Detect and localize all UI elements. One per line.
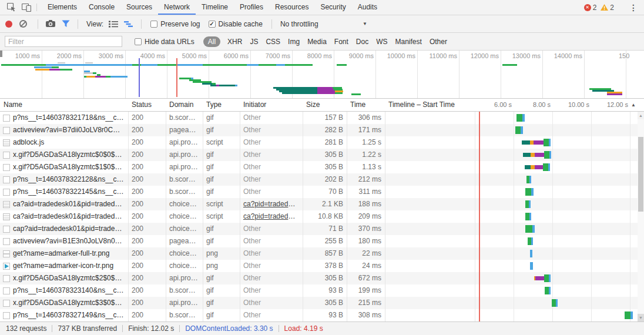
domcontentloaded-line xyxy=(139,58,140,97)
table-row[interactable]: get?name=admarker-full-tr.png200choices-… xyxy=(0,247,638,260)
filter-type-img[interactable]: Img xyxy=(284,36,303,47)
filter-funnel-icon[interactable] xyxy=(62,20,70,28)
status-transferred: 737 KB transferred xyxy=(58,324,117,333)
hide-data-urls-checkbox[interactable] xyxy=(135,38,142,45)
initiator-cell[interactable]: ca?pid=tradedesk0… xyxy=(240,210,303,223)
file-icon xyxy=(3,287,10,294)
overview-tick-label: 6000 ms xyxy=(205,52,249,59)
filter-type-media[interactable]: Media xyxy=(304,36,330,47)
scrollbar-thumb[interactable] xyxy=(638,137,643,212)
table-row[interactable]: x.gif?D5AGDaSA18lyzmtc$0$0$1$ZnJ…200api.… xyxy=(0,149,638,161)
device-toolbar-icon[interactable] xyxy=(19,0,34,15)
inspect-element-icon[interactable] xyxy=(4,0,19,15)
table-row[interactable]: p?ns__t=1460378321718&ns__c=UTF…200b.sco… xyxy=(0,112,638,124)
type-cell: gif xyxy=(203,309,240,321)
network-overview-graph[interactable]: 1000 ms2000 ms3000 ms4000 ms5000 ms6000 … xyxy=(0,51,644,99)
column-header-status[interactable]: Status xyxy=(128,99,166,111)
table-row[interactable]: p?ns__t=1460378323140&ns__c=UTF…200b.sco… xyxy=(0,284,638,297)
console-error-badge[interactable]: ✕ 2 xyxy=(584,4,597,12)
table-row[interactable]: ca?aid=tradedesk01&pid=tradedesk0…200cho… xyxy=(0,210,638,223)
waterfall-time-label: 12.00 s xyxy=(598,99,628,111)
request-name: x.gif?D5AGDaSA18lyzmtc$0$0$1$ZnJ… xyxy=(13,149,125,161)
table-row[interactable]: p?ns__t=1460378322145&ns__c=UTF…200b.sco… xyxy=(0,186,638,198)
table-row[interactable]: activeview?avi=B1E3n0JoLV8n0CNi28…200pag… xyxy=(0,235,638,247)
table-row[interactable]: ca?aid=tradedesk01&pid=tradedesk0…200cho… xyxy=(0,198,638,210)
request-name-cell: x.gif?D5AGDaSA18lyzmtc$0$0$1$ZnJ… xyxy=(0,149,128,161)
status-cell: 200 xyxy=(128,309,166,321)
warning-icon xyxy=(601,4,608,11)
status-cell: 200 xyxy=(128,260,166,272)
table-row[interactable]: x.gif?D5AGDaSA18lyzmtc$1$0$1$aGl…200api.… xyxy=(0,161,638,173)
column-header-size[interactable]: Size xyxy=(303,99,347,111)
console-warning-badge[interactable]: 2 xyxy=(601,4,614,12)
filter-type-all[interactable]: All xyxy=(203,36,220,47)
tab-resources[interactable]: Resources xyxy=(269,0,314,15)
filter-type-xhr[interactable]: XHR xyxy=(224,36,246,47)
table-row[interactable]: p?ns__t=1460378322128&ns__c=UTF…200b.sco… xyxy=(0,173,638,186)
filter-type-other[interactable]: Other xyxy=(426,36,451,47)
filter-type-ws[interactable]: WS xyxy=(373,36,391,47)
disable-cache-group[interactable]: Disable cache xyxy=(209,20,263,28)
clear-button[interactable] xyxy=(19,20,27,28)
waterfall-segment xyxy=(543,163,548,171)
tab-network[interactable]: Network xyxy=(158,0,196,15)
tab-audits[interactable]: Audits xyxy=(352,0,383,15)
screenshot-camera-icon[interactable] xyxy=(46,20,56,28)
hide-data-urls-group[interactable]: Hide data URLs xyxy=(135,38,194,46)
column-header-name[interactable]: Name xyxy=(0,99,128,111)
size-cell: 93 B xyxy=(303,309,347,321)
tab-security[interactable]: Security xyxy=(314,0,351,15)
waterfall-segment xyxy=(530,262,533,270)
overview-tick-label: 3000 ms xyxy=(80,52,123,59)
error-count: 2 xyxy=(593,4,597,12)
throttling-select[interactable]: No throttling ▼ xyxy=(280,20,367,28)
overview-drag-handle[interactable] xyxy=(0,51,2,57)
disable-cache-checkbox[interactable] xyxy=(209,21,216,28)
type-cell: gif xyxy=(203,284,240,297)
separator xyxy=(122,325,123,332)
table-row[interactable]: x.gif?D5AGDaSA18lyzmtc$2$0$1$Y2x…200api.… xyxy=(0,272,638,284)
preserve-log-group[interactable]: Preserve log xyxy=(150,20,200,28)
table-row[interactable]: adblock.js200api.proofp…scriptOther281 B… xyxy=(0,136,638,149)
separator xyxy=(179,325,180,332)
column-header-time[interactable]: Time xyxy=(347,99,385,111)
tab-elements[interactable]: Elements xyxy=(42,0,83,15)
filter-type-js[interactable]: JS xyxy=(246,36,261,47)
initiator-cell[interactable]: ca?pid=tradedesk0… xyxy=(240,198,303,210)
waterfall-segment xyxy=(549,151,551,159)
more-options-icon[interactable]: ⋮ xyxy=(628,3,639,12)
scroll-up-icon[interactable]: ▲ xyxy=(638,112,644,119)
preserve-log-checkbox[interactable] xyxy=(150,21,157,28)
table-row[interactable]: p?ns__t=1460378327149&ns__c=UTF…200b.sco… xyxy=(0,309,638,321)
size-cell: 10.8 KB xyxy=(303,210,347,223)
overview-bar xyxy=(60,69,72,71)
waterfall-segment xyxy=(523,153,531,157)
filter-type-doc[interactable]: Doc xyxy=(353,36,372,47)
overview-bar xyxy=(502,64,517,66)
table-row[interactable]: cap?aid=tradedesk01&pid=tradedesk…200cho… xyxy=(0,223,638,235)
list-view-icon[interactable] xyxy=(109,21,118,28)
record-button[interactable] xyxy=(5,21,12,28)
filter-input[interactable] xyxy=(5,36,122,47)
scroll-down-icon[interactable]: ▼ xyxy=(638,314,644,321)
table-row[interactable]: get?name=admarker-icon-tr.png200choices-… xyxy=(0,260,638,272)
waterfall-view-icon[interactable] xyxy=(124,21,133,28)
column-header-type[interactable]: Type xyxy=(203,99,240,111)
tab-profiles[interactable]: Profiles xyxy=(234,0,269,15)
waterfall-bar xyxy=(552,297,558,309)
column-header-domain[interactable]: Domain xyxy=(166,99,203,111)
tab-sources[interactable]: Sources xyxy=(120,0,158,15)
filter-type-manifest[interactable]: Manifest xyxy=(392,36,425,47)
type-cell: gif xyxy=(203,235,240,247)
filter-type-css[interactable]: CSS xyxy=(262,36,284,47)
sort-ascending-icon[interactable]: ▲ xyxy=(631,99,636,111)
waterfall-bar xyxy=(545,284,551,297)
table-row[interactable]: x.gif?D5AGDaSA18lyzmtc$3$0$1$YW…200api.p… xyxy=(0,297,638,309)
table-row[interactable]: activeview?avi=B7dii0JoLV8r0CNi28g…200pa… xyxy=(0,124,638,136)
vertical-scrollbar[interactable]: ▲ ▼ xyxy=(638,112,644,321)
filter-type-font[interactable]: Font xyxy=(331,36,352,47)
tab-console[interactable]: Console xyxy=(83,0,120,15)
status-cell: 200 xyxy=(128,297,166,309)
column-header-initiator[interactable]: Initiator xyxy=(240,99,303,111)
tab-timeline[interactable]: Timeline xyxy=(196,0,234,15)
